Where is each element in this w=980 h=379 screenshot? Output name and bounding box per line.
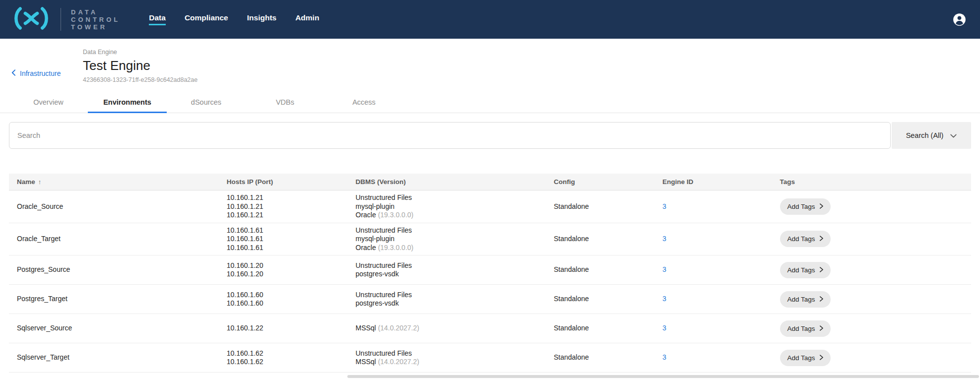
back-link-infrastructure[interactable]: Infrastructure — [11, 69, 61, 77]
host-ip: 10.160.1.62 — [227, 358, 340, 367]
cell-name: Oracle_Source — [9, 199, 219, 214]
page-title: Test Engine — [83, 58, 197, 73]
column-header-name[interactable]: Name↑ — [9, 175, 219, 190]
top-bar: DATA CONTROL TOWER DataComplianceInsight… — [0, 0, 980, 39]
cell-config: Standalone — [546, 199, 654, 214]
nav-item-insights[interactable]: Insights — [247, 13, 276, 25]
back-link-label: Infrastructure — [20, 69, 61, 77]
add-tags-label: Add Tags — [787, 203, 815, 210]
dbms-entry: MSSql (14.0.2027.2) — [356, 324, 538, 333]
column-header-hosts[interactable]: Hosts IP (Port) — [219, 175, 348, 190]
search-input[interactable] — [9, 122, 891, 149]
add-tags-label: Add Tags — [787, 296, 815, 303]
tab-access[interactable]: Access — [325, 92, 403, 113]
table-row: Sqlserver_Target10.160.1.6210.160.1.62Un… — [9, 343, 971, 373]
cell-config: Standalone — [546, 292, 654, 307]
add-tags-button[interactable]: Add Tags — [780, 231, 831, 247]
cell-engine-id: 3 — [654, 321, 772, 336]
wordmark-line: CONTROL — [71, 16, 120, 23]
dbms-version: (19.3.0.0.0) — [378, 211, 414, 219]
nav-item-compliance[interactable]: Compliance — [185, 13, 228, 25]
host-ip: 10.160.1.22 — [227, 324, 340, 333]
add-tags-button[interactable]: Add Tags — [780, 262, 831, 278]
nav-item-data[interactable]: Data — [149, 13, 166, 25]
user-avatar-icon[interactable] — [953, 13, 966, 26]
tab-dsources[interactable]: dSources — [167, 92, 246, 113]
cell-engine-id: 3 — [654, 292, 772, 307]
cell-tags: Add Tags — [772, 228, 971, 250]
chevron-right-icon — [820, 266, 823, 274]
add-tags-button[interactable]: Add Tags — [780, 198, 831, 215]
column-header-tags[interactable]: Tags — [772, 175, 971, 190]
chevron-right-icon — [820, 354, 823, 362]
cell-tags: Add Tags — [772, 347, 971, 369]
add-tags-button[interactable]: Add Tags — [780, 320, 831, 337]
host-ip: 10.160.1.21 — [227, 193, 340, 202]
column-header-engine-id[interactable]: Engine ID — [654, 175, 772, 190]
environments-table: Name↑ Hosts IP (Port) DBMS (Version) Con… — [9, 174, 971, 373]
tab-environments[interactable]: Environments — [88, 92, 167, 113]
cell-hosts: 10.160.1.22 — [219, 321, 348, 336]
table-row: Sqlserver_Source10.160.1.22MSSql (14.0.2… — [9, 314, 971, 343]
engine-id-link[interactable]: 3 — [662, 265, 666, 273]
cell-tags: Add Tags — [772, 288, 971, 311]
add-tags-button[interactable]: Add Tags — [780, 350, 831, 366]
host-ip: 10.160.1.20 — [227, 270, 340, 279]
engine-uuid: 42366308-1323-71ff-e258-9c642ad8a2ae — [83, 76, 197, 83]
add-tags-label: Add Tags — [787, 325, 815, 332]
engine-id-link[interactable]: 3 — [662, 202, 666, 210]
nav-item-admin[interactable]: Admin — [295, 13, 319, 25]
main-nav: DataComplianceInsightsAdmin — [149, 13, 319, 25]
cell-hosts: 10.160.1.6010.160.1.60 — [219, 288, 348, 311]
cell-tags: Add Tags — [772, 259, 971, 281]
host-ip: 10.160.1.61 — [227, 244, 340, 253]
host-ip: 10.160.1.60 — [227, 291, 340, 300]
host-ip: 10.160.1.61 — [227, 226, 340, 235]
tabs: OverviewEnvironmentsdSourcesVDBsAccess — [9, 92, 403, 113]
cell-engine-id: 3 — [654, 350, 772, 365]
page-kicker: Data Engine — [83, 49, 197, 56]
dbms-version: (19.3.0.0.0) — [378, 244, 414, 252]
cell-dbms: Unstructured FilesMSSql (14.0.2027.2) — [348, 346, 546, 370]
title-block: Data Engine Test Engine 42366308-1323-71… — [83, 49, 197, 83]
engine-id-link[interactable]: 3 — [662, 353, 666, 361]
cell-engine-id: 3 — [654, 199, 772, 214]
host-ip: 10.160.1.62 — [227, 349, 340, 358]
engine-id-link[interactable]: 3 — [662, 235, 666, 243]
table-row: Oracle_Target10.160.1.6110.160.1.6110.16… — [9, 223, 971, 256]
host-ip: 10.160.1.21 — [227, 211, 340, 220]
wordmark-line: DATA — [71, 8, 120, 16]
cell-name: Postgres_Source — [9, 262, 219, 277]
column-header-config[interactable]: Config — [546, 175, 654, 190]
cell-tags: Add Tags — [772, 195, 971, 218]
host-ip: 10.160.1.60 — [227, 299, 340, 308]
cell-config: Standalone — [546, 321, 654, 336]
tab-vdbs[interactable]: VDBs — [246, 92, 325, 113]
horizontal-scrollbar[interactable] — [347, 375, 979, 378]
column-header-dbms[interactable]: DBMS (Version) — [348, 175, 546, 190]
cell-hosts: 10.160.1.2110.160.1.2110.160.1.21 — [219, 190, 348, 223]
cell-name: Oracle_Target — [9, 232, 219, 247]
tab-overview[interactable]: Overview — [9, 92, 88, 113]
table-body: Oracle_Source10.160.1.2110.160.1.2110.16… — [9, 190, 971, 373]
dbms-entry: Oracle (19.3.0.0.0) — [356, 244, 538, 253]
dbms-entry: Oracle (19.3.0.0.0) — [356, 211, 538, 220]
sort-asc-icon: ↑ — [38, 178, 42, 186]
dbms-entry: MSSql (14.0.2027.2) — [356, 358, 538, 367]
wordmark-line: TOWER — [71, 23, 120, 31]
table-row: Postgres_Target10.160.1.6010.160.1.60Uns… — [9, 285, 971, 314]
search-scope-dropdown[interactable]: Search (All) — [892, 122, 971, 149]
cell-engine-id: 3 — [654, 262, 772, 277]
brand-wordmark: DATA CONTROL TOWER — [71, 8, 120, 31]
chevron-right-icon — [820, 203, 823, 210]
engine-id-link[interactable]: 3 — [662, 324, 666, 332]
table-row: Postgres_Source10.160.1.2010.160.1.20Uns… — [9, 255, 971, 285]
chevron-down-icon — [950, 131, 957, 139]
search-row: Search (All) — [9, 122, 971, 149]
dct-logo-icon — [12, 5, 51, 33]
cell-hosts: 10.160.1.6210.160.1.62 — [219, 346, 348, 370]
dbms-entry: Unstructured Files — [356, 193, 538, 202]
engine-id-link[interactable]: 3 — [662, 295, 666, 303]
add-tags-button[interactable]: Add Tags — [780, 291, 831, 308]
breadcrumb: Infrastructure — [11, 49, 83, 83]
